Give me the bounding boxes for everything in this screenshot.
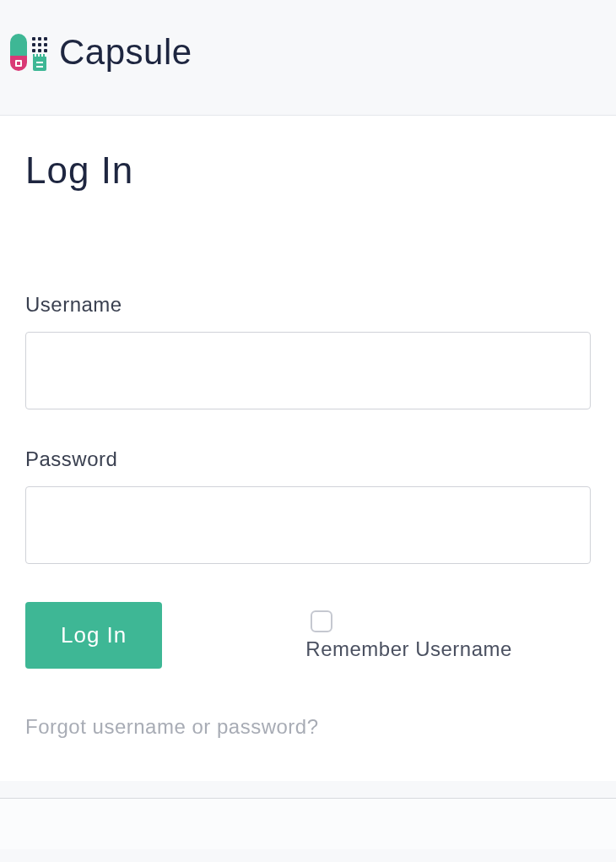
page-title: Log In bbox=[25, 149, 591, 192]
footer-space bbox=[0, 799, 616, 849]
dot-grid-icon bbox=[32, 37, 47, 52]
login-panel: Log In Username Password Log In Remember… bbox=[0, 115, 616, 781]
login-button[interactable]: Log In bbox=[25, 602, 162, 669]
brand-name: Capsule bbox=[59, 32, 192, 73]
username-input[interactable] bbox=[25, 332, 591, 409]
username-group: Username bbox=[25, 293, 591, 409]
password-label: Password bbox=[25, 447, 591, 471]
forgot-link[interactable]: Forgot username or password? bbox=[25, 715, 319, 739]
password-group: Password bbox=[25, 447, 591, 564]
action-row: Log In Remember Username bbox=[25, 602, 591, 669]
remember-checkbox[interactable] bbox=[311, 610, 332, 632]
receipt-icon bbox=[33, 56, 46, 71]
logo-mark bbox=[10, 34, 47, 71]
username-label: Username bbox=[25, 293, 591, 317]
remember-group: Remember Username bbox=[305, 610, 512, 661]
remember-label: Remember Username bbox=[305, 637, 512, 661]
capsule-icon bbox=[10, 34, 27, 71]
header: Capsule bbox=[0, 0, 616, 115]
password-input[interactable] bbox=[25, 486, 591, 564]
